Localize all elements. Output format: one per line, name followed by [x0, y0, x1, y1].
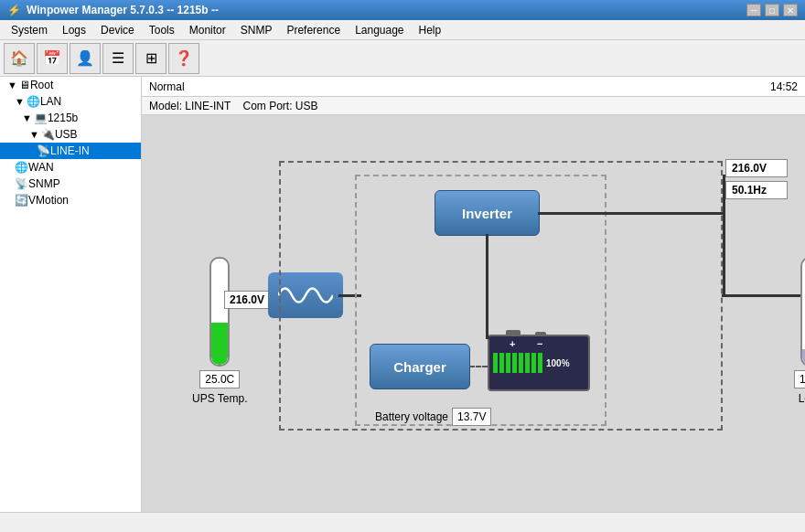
- load-value: 14%: [794, 370, 805, 388]
- bar4: [512, 353, 517, 373]
- lan-icon: 🌐: [27, 95, 40, 108]
- temp-gauge: 25.0C UPS Temp.: [192, 257, 247, 405]
- status-bottom-text: [7, 516, 10, 529]
- menu-logs[interactable]: Logs: [55, 22, 93, 38]
- lineint-icon: 📡: [37, 144, 50, 157]
- bar8: [538, 353, 542, 373]
- minimize-button[interactable]: ─: [746, 4, 761, 16]
- bar7: [531, 353, 536, 373]
- sidebar-item-root[interactable]: ▼ 🖥 Root: [0, 77, 141, 93]
- line-h-batt: [486, 336, 489, 339]
- list-button[interactable]: ☰: [102, 43, 134, 74]
- menu-help[interactable]: Help: [412, 22, 449, 38]
- vmotion-icon: 🔄: [15, 194, 28, 207]
- calendar-button[interactable]: 📅: [37, 43, 68, 74]
- sidebar: ▼ 🖥 Root ▼ 🌐 LAN ▼ 💻 1215b ▼ 🔌 USB 📡 LIN…: [0, 77, 142, 512]
- battery-block: + − 100%: [488, 335, 590, 391]
- root-icon: 🖥: [19, 79, 30, 91]
- snmp-icon: 📡: [15, 177, 28, 190]
- output-frequency: 50.1Hz: [725, 181, 788, 199]
- inverter-block[interactable]: Inverter: [435, 190, 540, 236]
- user-button[interactable]: 👤: [70, 43, 101, 74]
- title-text: Winpower Manager 5.7.0.3 -- 1215b --: [27, 4, 219, 16]
- line-inverter-v: [486, 234, 488, 339]
- sidebar-usb-label: USB: [55, 128, 78, 141]
- battery-voltage-value: 13.7V: [452, 408, 491, 426]
- load-label: Load: [799, 392, 805, 405]
- close-button[interactable]: ✕: [783, 4, 798, 16]
- menu-tools[interactable]: Tools: [142, 22, 182, 38]
- menu-language[interactable]: Language: [348, 22, 411, 38]
- sidebar-lineint-label: LINE-IN: [50, 144, 90, 157]
- home-button[interactable]: 🏠: [4, 43, 35, 74]
- toolbar: 🏠 📅 👤 ☰ ⊞ ❓: [0, 40, 805, 77]
- output-readings: 216.0V 50.1Hz: [725, 159, 788, 199]
- sidebar-item-vmotion[interactable]: 🔄 VMotion: [0, 192, 141, 208]
- sidebar-lan-label: LAN: [40, 95, 61, 108]
- time-display: 14:52: [770, 80, 798, 93]
- bar5: [519, 353, 523, 373]
- wan-icon: 🌐: [15, 161, 28, 174]
- expand-icon: ▼: [7, 80, 17, 90]
- line-charger-battery: [469, 366, 488, 367]
- window-controls: ─ □ ✕: [746, 4, 798, 16]
- line-inverter-out: [538, 212, 725, 215]
- sidebar-item-snmp[interactable]: 📡 SNMP: [0, 176, 141, 192]
- menu-snmp[interactable]: SNMP: [233, 22, 280, 38]
- status-bar-top: Normal 14:52: [142, 77, 805, 97]
- sine-wave-block: [268, 272, 343, 318]
- line-ac-to-outer: [338, 294, 361, 297]
- expand-icon-lan: ▼: [15, 96, 25, 107]
- model-bar: Model: LINE-INT Com Port: USB: [142, 97, 805, 115]
- menu-device[interactable]: Device: [93, 22, 142, 38]
- sidebar-item-1215b[interactable]: ▼ 💻 1215b: [0, 110, 141, 126]
- ac-input-voltage: 216.0V: [224, 291, 270, 309]
- sidebar-1215b-label: 1215b: [48, 112, 78, 124]
- status-bar-bottom: [0, 512, 805, 532]
- temp-tube: [209, 257, 230, 367]
- line-to-load: [722, 294, 802, 297]
- bar6: [525, 353, 530, 373]
- menu-preference[interactable]: Preference: [279, 22, 348, 38]
- temp-value: 25.0C: [199, 370, 240, 388]
- bar3: [506, 353, 510, 373]
- expand-icon-usb: ▼: [29, 129, 39, 140]
- battery-terminal-neg: [535, 332, 546, 336]
- battery-bars: 100%: [489, 349, 588, 377]
- menu-monitor[interactable]: Monitor: [182, 22, 233, 38]
- battery-plus: +: [510, 338, 515, 349]
- battery-pct: 100%: [546, 358, 570, 368]
- sidebar-item-lineint[interactable]: 📡 LINE-IN: [0, 143, 141, 159]
- charger-block[interactable]: Charger: [370, 344, 470, 389]
- load-tube: [800, 257, 805, 367]
- menu-bar: System Logs Device Tools Monitor SNMP Pr…: [0, 20, 805, 40]
- main-area: ▼ 🖥 Root ▼ 🌐 LAN ▼ 💻 1215b ▼ 🔌 USB 📡 LIN…: [0, 77, 805, 512]
- bar1: [493, 353, 498, 373]
- sidebar-item-lan[interactable]: ▼ 🌐 LAN: [0, 93, 141, 110]
- battery-voltage-label: Battery voltage: [375, 410, 448, 423]
- sidebar-item-wan[interactable]: 🌐 WAN: [0, 159, 141, 176]
- status-text: Normal: [149, 80, 185, 93]
- sidebar-wan-label: WAN: [28, 161, 54, 174]
- load-gauge: 14% Load: [794, 257, 805, 405]
- app-icon: ⚡: [7, 4, 21, 16]
- temp-label: UPS Temp.: [192, 392, 247, 405]
- expand-icon-1215b: ▼: [22, 112, 32, 123]
- sine-wave-icon: [278, 282, 333, 309]
- title-bar: ⚡ Winpower Manager 5.7.0.3 -- 1215b -- ─…: [0, 0, 805, 20]
- help-button[interactable]: ❓: [168, 43, 199, 74]
- sidebar-item-usb[interactable]: ▼ 🔌 USB: [0, 126, 141, 143]
- battery-minus: −: [537, 338, 542, 349]
- sidebar-item-label: Root: [30, 79, 53, 91]
- maximize-button[interactable]: □: [765, 4, 779, 16]
- menu-system[interactable]: System: [4, 22, 55, 38]
- sidebar-vmotion-label: VMotion: [28, 194, 69, 207]
- battery-terminal-pos: [506, 330, 521, 336]
- grid-button[interactable]: ⊞: [135, 43, 166, 74]
- bar2: [499, 353, 504, 373]
- usb-icon: 🔌: [41, 128, 55, 141]
- content-area: Normal 14:52 Model: LINE-INT Com Port: U…: [142, 77, 805, 512]
- diagram-area: 25.0C UPS Temp. 216.0V Inverter Charger: [142, 115, 805, 512]
- sidebar-snmp-label: SNMP: [28, 177, 60, 190]
- model-label: Model: LINE-INT Com Port: USB: [149, 100, 318, 112]
